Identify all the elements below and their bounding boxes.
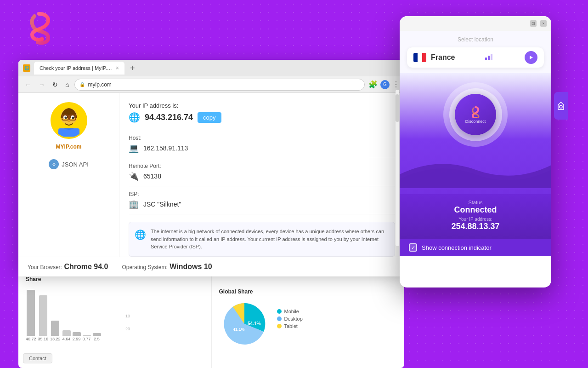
browser-value: Chrome 94.0	[64, 263, 108, 270]
bar-label-5: 2.99	[73, 337, 81, 341]
isp-icon: 🏢	[129, 199, 139, 209]
svg-text:41.1%: 41.1%	[233, 327, 245, 332]
vpn-window: ⊡ × Select location France	[400, 16, 551, 288]
svg-rect-14	[418, 53, 422, 62]
bar-label-4: 4.64	[62, 337, 71, 341]
browser-info: Your Browser: Chrome 94.0	[28, 263, 108, 271]
info-globe-icon: 🌐	[135, 228, 146, 242]
svg-text:54.1%: 54.1%	[248, 321, 260, 326]
browser-main: Your IP address is: 🌐 94.43.216.74 copy …	[119, 93, 404, 271]
contact-button[interactable]: Contact	[23, 353, 52, 363]
global-share-title: Global Share	[219, 288, 270, 295]
status-value: Connected	[409, 205, 542, 215]
bar-7: 2.5	[93, 333, 101, 341]
vpn-status-section: Status Connected Your IP address: 254.88…	[400, 194, 551, 239]
scrollbar-thumb[interactable]	[396, 94, 399, 122]
port-icon: 🔌	[129, 171, 139, 181]
host-value: 162.158.91.113	[143, 144, 188, 152]
play-button[interactable]	[525, 51, 537, 64]
svg-point-4	[64, 117, 67, 119]
vpn-ip-label: Your IP address:	[409, 217, 542, 222]
os-label: Operating System:	[122, 264, 167, 270]
select-location-label: Select location	[407, 36, 544, 43]
scrollbar[interactable]	[396, 90, 399, 246]
refresh-button[interactable]: ↻	[51, 80, 60, 89]
vpn-circle-outer: Disconnect	[443, 82, 508, 147]
status-label: Status	[409, 200, 542, 205]
ip-row: 🌐 94.43.216.74 copy	[129, 112, 395, 123]
browser-content: MYIP.com ⚙ JSON API Your IP address is: …	[18, 93, 404, 271]
extension-side-button[interactable]	[554, 92, 568, 120]
info-box: 🌐 The internet is a big network of conne…	[129, 222, 395, 257]
location-row[interactable]: France	[407, 47, 544, 68]
bar-5: 2.99	[73, 332, 81, 341]
country-name-row: France	[413, 53, 455, 62]
svg-rect-15	[422, 53, 426, 62]
svg-rect-18	[491, 54, 492, 60]
tab-title: Check your IP address | MyIP.com	[40, 65, 113, 71]
browser-tab[interactable]: Check your IP address | MyIP.com ×	[34, 62, 124, 75]
info-text: The internet is a big network of connect…	[151, 228, 389, 251]
svg-point-9	[68, 120, 70, 122]
legend-desktop-label: Desktop	[284, 316, 303, 322]
vpn-header: Select location France	[400, 31, 551, 73]
os-info: Operating System: Windows 10	[122, 263, 212, 271]
legend-tablet: Tablet	[277, 323, 303, 329]
browser-titlebar: 🌐 Check your IP address | MyIP.com × +	[18, 60, 404, 76]
svg-point-5	[72, 117, 74, 119]
pie-chart: 54.1% 41.1%	[219, 299, 270, 349]
svg-point-20	[560, 105, 562, 108]
bar-label-6: 0.77	[83, 337, 91, 341]
app-logo	[23, 9, 55, 46]
more-options-icon[interactable]: ⋮	[392, 80, 400, 89]
forward-button[interactable]: →	[37, 80, 47, 89]
isp-row: ISP: 🏢 JSC "Silknet"	[129, 186, 395, 214]
copy-button[interactable]: copy	[198, 112, 221, 123]
json-api-label: JSON API	[62, 161, 89, 168]
legend-tablet-label: Tablet	[284, 323, 298, 329]
maximize-button[interactable]: ⊡	[530, 20, 537, 27]
browser-sidebar: MYIP.com ⚙ JSON API	[18, 93, 119, 271]
legend-desktop: Desktop	[277, 316, 303, 322]
host-row: Host: 💻 162.158.91.113	[129, 130, 395, 158]
charts-section: Share 40.72 35.16 13.22 4.64 2.99	[18, 271, 404, 368]
checkbox-check: ✓	[411, 245, 415, 251]
bar-1: 40.72	[26, 290, 36, 341]
disconnect-label: Disconnect	[465, 119, 486, 124]
ip-section: Your IP address is: 🌐 94.43.216.74 copy	[129, 102, 395, 123]
address-bar[interactable]: 🔒 myip.com	[74, 79, 365, 91]
vpn-ip-value: 254.88.13.37	[409, 222, 542, 231]
bar-label-1: 40.72	[26, 337, 36, 341]
ip-label: Your IP address is:	[129, 102, 395, 109]
home-button[interactable]: ⌂	[63, 80, 71, 89]
tab-close-btn[interactable]: ×	[116, 65, 119, 71]
json-icon: ⚙	[49, 159, 59, 169]
browser-footer: Your Browser: Chrome 94.0 Operating Syst…	[18, 257, 404, 276]
bar-label-2: 35.16	[38, 337, 49, 341]
wave-graphic	[400, 151, 551, 188]
url-text: myip.com	[88, 81, 111, 88]
profile-icon[interactable]: G	[380, 80, 390, 89]
host-label: Host:	[129, 135, 188, 141]
port-row: Remote Port: 🔌 65138	[129, 158, 395, 186]
os-value: Windows 10	[170, 263, 212, 270]
myip-avatar	[51, 102, 87, 139]
extension-icon: 🧩	[368, 80, 378, 89]
back-button[interactable]: ←	[23, 80, 33, 89]
new-tab-button[interactable]: +	[128, 63, 137, 73]
vpn-logo-icon	[469, 105, 482, 118]
close-button[interactable]: ×	[540, 20, 547, 27]
port-label: Remote Port:	[129, 163, 161, 169]
svg-marker-19	[530, 56, 533, 59]
show-indicator-label: Show connection indicator	[422, 244, 492, 251]
vpn-titlebar: ⊡ ×	[400, 16, 551, 31]
france-flag	[413, 53, 426, 62]
show-indicator-checkbox[interactable]: ✓	[409, 243, 417, 252]
lock-icon: 🔒	[79, 82, 85, 87]
ip-address: 94.43.216.74	[145, 113, 193, 122]
isp-value: JSC "Silknet"	[143, 201, 181, 208]
json-api-link[interactable]: ⚙ JSON API	[49, 159, 89, 169]
legend-mobile: Mobile	[277, 309, 303, 314]
computer-icon: 💻	[129, 143, 139, 153]
disconnect-button[interactable]: Disconnect	[455, 94, 496, 135]
